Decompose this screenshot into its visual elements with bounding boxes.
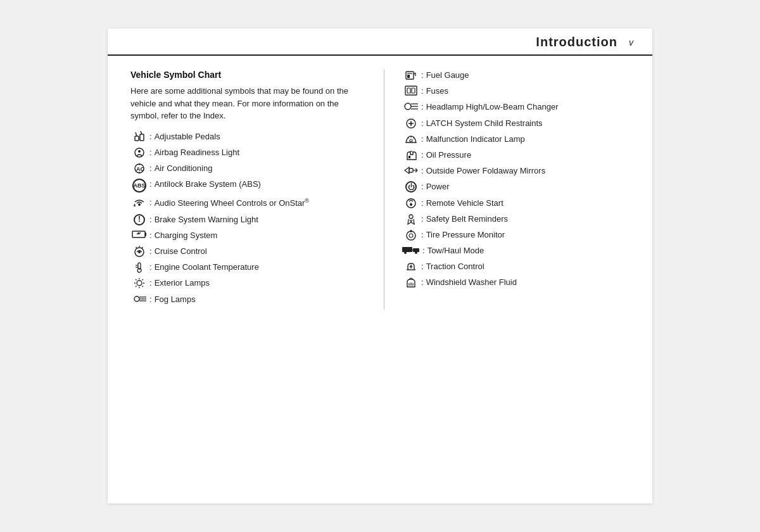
coolant-label: Engine Coolant Temperature <box>155 262 366 273</box>
safety-belt-label: Safety Belt Reminders <box>426 213 633 225</box>
chapter-title: Introduction <box>536 35 618 49</box>
ac-label: Air Conditioning <box>155 163 366 174</box>
svg-line-33 <box>142 286 144 288</box>
power-icon: ⏻ <box>402 181 420 193</box>
tire-pressure-icon <box>402 229 420 241</box>
remote-start-icon <box>402 198 420 209</box>
svg-point-27 <box>137 281 142 286</box>
traction-control-label: Traction Control <box>426 261 633 272</box>
adjustable-pedals-icon <box>130 131 148 141</box>
brake-warning-icon: ! <box>130 214 148 225</box>
mil-icon <box>402 134 420 144</box>
oil-pressure-label: Oil Pressure <box>426 149 633 161</box>
svg-point-36 <box>134 296 139 301</box>
fog-lamps-label: Fog Lamps <box>155 294 366 305</box>
left-symbol-list: : Adjustable Pedals : Airbag Readiness L… <box>130 131 366 305</box>
charging-system-icon <box>130 230 148 239</box>
exterior-lamps-icon <box>130 277 148 289</box>
list-item: : Exterior Lamps <box>130 277 366 289</box>
svg-point-70 <box>409 234 413 238</box>
list-item: : Airbag Readiness Light <box>130 147 366 158</box>
tire-pressure-label: Tire Pressure Monitor <box>426 229 633 241</box>
brake-label: Brake System Warning Light <box>155 214 366 225</box>
svg-point-5 <box>138 150 141 153</box>
air-conditioning-icon: AC <box>130 163 148 174</box>
svg-line-21 <box>142 247 143 248</box>
list-item: : Malfunction Indicator Lamp <box>402 134 633 145</box>
tow-haul-icon <box>402 245 421 254</box>
svg-text:AC: AC <box>136 166 144 172</box>
list-item: : Adjustable Pedals <box>130 131 366 142</box>
svg-rect-47 <box>412 88 415 93</box>
mirror-label: Outside Power Foldaway Mirrors <box>426 165 633 177</box>
svg-rect-72 <box>402 247 412 252</box>
list-item: : Tire Pressure Monitor <box>402 229 633 241</box>
washer-fluid-label: Windshield Washer Fluid <box>426 277 633 288</box>
traction-control-icon <box>402 261 420 272</box>
svg-point-48 <box>405 103 411 110</box>
mil-label: Malfunction Indicator Lamp <box>426 134 633 145</box>
cruise-control-icon <box>130 246 148 257</box>
svg-point-10 <box>138 203 141 206</box>
svg-rect-0 <box>135 136 139 141</box>
oil-pressure-icon <box>402 149 420 161</box>
mirror-icon <box>402 165 420 175</box>
tow-haul-label: Tow/Haul Mode <box>428 245 633 256</box>
left-column: Vehicle Symbol Chart Here are some addit… <box>130 70 377 310</box>
safety-belt-icon <box>402 213 420 225</box>
list-item: : Traction Control <box>402 261 633 272</box>
svg-rect-1 <box>140 134 144 141</box>
svg-rect-46 <box>407 88 410 93</box>
list-item: : Fuses <box>402 86 633 97</box>
svg-line-34 <box>142 279 144 281</box>
audio-label: Audio Steering Wheel Controls or OnStar® <box>155 197 366 210</box>
list-item: : Fog Lamps <box>130 294 366 305</box>
airbag-readiness-icon <box>130 147 148 158</box>
list-item: ! : Brake System Warning Light <box>130 214 366 225</box>
list-item: : Tow/Haul Mode <box>402 245 633 256</box>
power-label: Power <box>426 181 633 193</box>
svg-point-56 <box>410 139 412 142</box>
list-item: : Remote Vehicle Start <box>402 198 633 209</box>
list-item: ABS : Antilock Brake System (ABS) <box>130 179 366 193</box>
page-header: Introduction v <box>108 28 652 56</box>
list-item: : Headlamp High/Low-Beam Changer <box>402 101 633 113</box>
svg-point-19 <box>138 251 141 253</box>
intro-text: Here are some additional symbols that ma… <box>130 85 366 122</box>
fuel-gauge-label: Fuel Gauge <box>426 70 633 81</box>
svg-rect-60 <box>408 156 410 158</box>
list-item: : Engine Coolant Temperature <box>130 262 366 273</box>
headlamp-label: Headlamp High/Low-Beam Changer <box>426 101 633 113</box>
svg-line-32 <box>136 279 137 281</box>
fog-lamps-icon <box>130 294 148 304</box>
svg-point-68 <box>409 215 413 218</box>
right-column: : Fuel Gauge : Fuses <box>391 70 633 310</box>
column-divider <box>384 70 384 310</box>
page: Introduction v Vehicle Symbol Chart Here… <box>108 28 652 504</box>
audio-controls-icon <box>130 197 148 207</box>
right-symbol-list: : Fuel Gauge : Fuses <box>402 70 633 289</box>
section-title: Vehicle Symbol Chart <box>130 70 366 80</box>
list-item: ⏻ : Power <box>402 181 633 193</box>
abs-label: Antilock Brake System (ABS) <box>155 179 366 190</box>
latch-label: LATCH System Child Restraints <box>426 118 633 129</box>
remote-start-label: Remote Vehicle Start <box>426 198 633 209</box>
charging-label: Charging System <box>155 230 366 241</box>
svg-point-75 <box>415 251 417 254</box>
exterior-lamps-label: Exterior Lamps <box>155 277 366 289</box>
list-item: : Cruise Control <box>130 246 366 257</box>
abs-icon: ABS <box>130 179 148 193</box>
headlamp-icon <box>402 101 420 111</box>
fuses-icon <box>402 86 420 96</box>
list-item: : Outside Power Foldaway Mirrors <box>402 165 633 177</box>
svg-rect-61 <box>409 168 413 172</box>
airbag-label: Airbag Readiness Light <box>155 147 366 158</box>
list-item: : Fuel Gauge <box>402 70 633 81</box>
list-item: : Audio Steering Wheel Controls or OnSta… <box>130 197 366 210</box>
list-item: : Oil Pressure <box>402 149 633 161</box>
list-item: : Windshield Washer Fluid <box>402 277 633 288</box>
svg-line-35 <box>136 286 137 288</box>
list-item: : Safety Belt Reminders <box>402 213 633 225</box>
fuel-gauge-icon <box>402 70 420 81</box>
cruise-label: Cruise Control <box>155 246 366 257</box>
